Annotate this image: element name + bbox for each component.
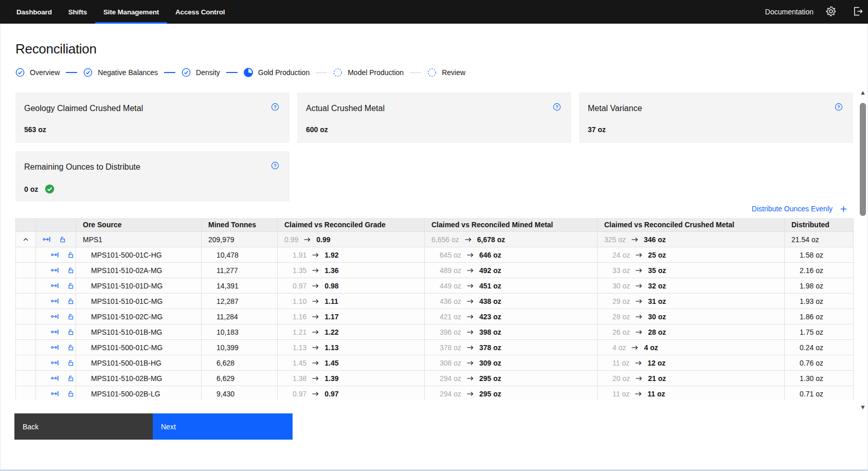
- column-header: [16, 218, 36, 232]
- nav-tab-dashboard[interactable]: Dashboard: [8, 0, 60, 24]
- scrollbar-thumb[interactable]: [860, 103, 866, 216]
- step-density[interactable]: Density: [182, 68, 220, 77]
- table-row-mps101-500-01b-hg: MPS101-500-01B-HG6,6281.451.45308 oz309 …: [16, 355, 854, 371]
- mined-tonnes-cell: 11,277: [202, 263, 278, 278]
- next-button[interactable]: Next: [153, 413, 293, 440]
- scroll-down-icon[interactable]: ▼: [859, 403, 867, 411]
- mined-metal-cell: 294 oz295 oz: [425, 386, 598, 401]
- expand-cell: [16, 232, 36, 247]
- grade-cell: 0.970.98: [278, 278, 425, 294]
- unlock-icon-button[interactable]: [67, 297, 75, 305]
- add-icon[interactable]: [840, 205, 847, 213]
- help-icon[interactable]: ?: [271, 103, 279, 111]
- reconciled-value: 378 oz: [479, 343, 501, 352]
- crushed-metal-cell: 4 oz4 oz: [598, 340, 785, 355]
- reconciled-value: 295 oz: [479, 390, 501, 398]
- card-title: Metal Variance: [588, 103, 642, 114]
- step-label: Model Production: [348, 68, 404, 77]
- vertical-scrollbar[interactable]: ▲ ▼: [859, 85, 867, 414]
- reconciled-value: 1.36: [324, 266, 338, 275]
- distribute-row-button[interactable]: [51, 266, 60, 275]
- distribute-row-button[interactable]: [51, 312, 60, 321]
- card-value: 600 oz: [306, 125, 328, 134]
- reconciled-value: 11 oz: [647, 390, 665, 398]
- distribute-row-button[interactable]: [51, 250, 60, 259]
- reconciled-value: 31 oz: [648, 297, 666, 305]
- distribute-row-button[interactable]: [51, 281, 60, 290]
- nav-tab-site-management[interactable]: Site Management: [95, 0, 167, 24]
- reconciled-value: 1.22: [324, 328, 338, 336]
- grade-cell: 1.211.22: [278, 324, 425, 340]
- crushed-metal-cell: 33 oz35 oz: [598, 263, 785, 278]
- reconciled-value: 398 oz: [479, 328, 501, 336]
- grade-cell: 1.911.92: [278, 247, 425, 263]
- distribute-row-button[interactable]: [51, 343, 60, 352]
- distribute-row-button[interactable]: [51, 328, 60, 336]
- nav-documentation-link[interactable]: Documentation: [758, 8, 821, 16]
- distribute-row-button[interactable]: [51, 297, 60, 305]
- reconciled-value: 12 oz: [647, 359, 665, 367]
- claimed-value: 645 oz: [440, 251, 461, 259]
- mined-metal-cell: 645 oz646 oz: [425, 247, 598, 263]
- arrow-right-icon: [636, 252, 642, 258]
- unlock-icon-button[interactable]: [67, 359, 75, 367]
- step-review[interactable]: Review: [427, 68, 465, 77]
- grade-cell: 1.161.17: [278, 309, 425, 324]
- mined-tonnes-cell: 12,287: [202, 294, 278, 309]
- table-row-mps1: MPS1209,9790.990.996,656 oz6,678 oz325 o…: [16, 232, 854, 247]
- unlock-icon-button[interactable]: [67, 328, 75, 336]
- row-actions-cell: [36, 247, 76, 263]
- settings-button[interactable]: [821, 0, 841, 24]
- help-icon[interactable]: ?: [835, 103, 843, 111]
- help-icon[interactable]: ?: [553, 103, 561, 111]
- unlock-icon-button[interactable]: [59, 236, 66, 243]
- distributed-cell: 1.93 oz: [785, 294, 854, 309]
- ore-source-cell: MPS101-500-02B-LG: [76, 386, 202, 401]
- claimed-value: 1.13: [293, 343, 306, 352]
- scroll-up-icon[interactable]: ▲: [859, 88, 867, 97]
- claimed-value: 1.38: [293, 374, 306, 383]
- help-icon[interactable]: ?: [271, 161, 279, 170]
- unlock-icon-button[interactable]: [67, 390, 75, 397]
- mined-metal-cell: 449 oz451 oz: [425, 278, 598, 294]
- back-button[interactable]: Back: [14, 413, 153, 440]
- distribute-row-button[interactable]: [51, 389, 60, 398]
- arrow-right-icon: [467, 252, 474, 258]
- ore-source-cell: MPS101-500-01C-HG: [76, 247, 202, 263]
- step-negative-balances[interactable]: Negative Balances: [83, 68, 158, 77]
- expand-cell: [16, 278, 36, 294]
- step-model-production[interactable]: Model Production: [333, 68, 404, 77]
- unlock-icon-button[interactable]: [67, 374, 75, 382]
- step-connector: [226, 72, 238, 73]
- collapse-row-button[interactable]: [22, 236, 29, 243]
- reconciled-value: 32 oz: [648, 282, 666, 290]
- distribute-row-button[interactable]: [51, 374, 60, 383]
- expand-cell: [16, 355, 36, 371]
- logout-button[interactable]: [847, 0, 868, 24]
- nav-tab-shifts[interactable]: Shifts: [60, 0, 95, 24]
- nav-tab-access-control[interactable]: Access Control: [167, 0, 233, 24]
- unlock-icon-button[interactable]: [67, 282, 75, 289]
- unlock-icon-button[interactable]: [67, 251, 75, 259]
- step-label: Density: [196, 68, 220, 77]
- mined-tonnes-cell: 9,430: [202, 386, 278, 401]
- distribute-row-button[interactable]: [51, 358, 60, 367]
- unlock-icon-button[interactable]: [67, 313, 75, 320]
- distribute-ounces-evenly-link[interactable]: Distribute Ounces Evenly: [752, 205, 833, 213]
- unlock-icon-button[interactable]: [67, 266, 75, 274]
- success-check-icon: [45, 184, 55, 194]
- arrow-right-icon: [631, 345, 638, 350]
- distribute-row-button[interactable]: [43, 235, 51, 244]
- card-title: Remaining Ounces to Distribute: [24, 161, 140, 173]
- step-overview[interactable]: Overview: [15, 68, 60, 77]
- crushed-metal-cell: 30 oz32 oz: [598, 278, 785, 294]
- row-actions-cell: [36, 386, 76, 401]
- distributed-cell: 0.71 oz: [785, 386, 854, 401]
- reconciled-value: 28 oz: [648, 328, 666, 336]
- step-gold-production[interactable]: Gold Production: [244, 68, 310, 77]
- crushed-metal-cell: 11 oz11 oz: [598, 386, 785, 401]
- column-header-claimed-vs-reconciled-mined-metal: Claimed vs Reconciled Mined Metal: [425, 218, 598, 232]
- claimed-value: 1.21: [293, 328, 306, 336]
- claimed-value: 308 oz: [440, 359, 461, 367]
- unlock-icon-button[interactable]: [67, 343, 75, 351]
